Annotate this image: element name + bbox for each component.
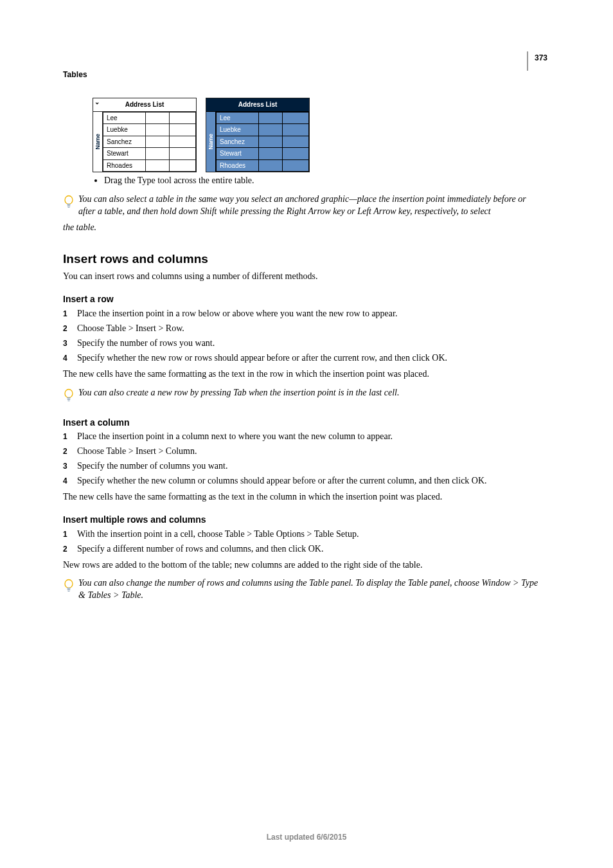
step-text: With the insertion point in a cell, choo… [77,529,542,541]
table-cell: Luebke [103,124,146,136]
step-number: 1 [63,309,77,319]
step-number: 4 [63,353,77,363]
step-number: 3 [63,461,77,471]
table-cell: Sanchez [103,136,146,148]
address-list-table-selected: Address List Name Lee Luebke Sanchez Ste… [206,98,310,172]
tip-text: You can also change the number of rows a… [78,578,511,588]
step-text: Specify the number of rows you want. [77,338,542,350]
step-text: Specify whether the new row or rows shou… [77,352,542,365]
step-text: Specify a different number of rows and c… [77,543,542,556]
step-number: 2 [63,446,77,457]
body-text: You can insert rows and columns using a … [63,271,542,283]
body-text: The new cells have the same formatting a… [63,368,542,381]
body-text: The new cells have the same formatting a… [63,491,542,503]
chevron-down-icon: ⌄ [94,98,100,107]
step-text: Choose Table > Insert > Row. [77,323,542,335]
steps-insert-multiple: 1With the insertion point in a cell, cho… [63,529,542,556]
table-cell: Stewart [103,148,146,160]
step-number: 2 [63,323,77,334]
page-number-rule [527,51,528,71]
row-header-name: Name [206,112,216,172]
page-number: 373 [535,53,547,63]
tip-text: You can also select a table in the same … [78,194,516,204]
step-number: 1 [63,431,77,442]
heading-insert-column: Insert a column [63,417,542,429]
address-list-title: Address List [125,101,164,108]
address-list-table-unselected: ⌄ Address List Name Lee Luebke Sanchez S… [93,98,197,172]
step-text: Specify the number of columns you want. [77,460,542,473]
step-text: Specify whether the new column or column… [77,475,542,487]
step-text: Place the insertion point in a row below… [77,308,542,320]
address-rows-table: Lee Luebke Sanchez Stewart Rhoades [216,112,309,172]
step-text: Choose Table > Insert > Column. [77,446,542,458]
step-number: 4 [63,476,77,486]
list-item: Drag the Type tool across the entire tab… [104,175,542,187]
tip-text-cont: the table. [63,222,542,234]
step-number: 2 [63,544,77,554]
address-rows-table: Lee Luebke Sanchez Stewart Rhoades [103,112,196,172]
heading-insert-row: Insert a row [63,293,542,305]
page-number-box: 373 [527,51,547,71]
step-number: 3 [63,338,77,348]
heading-insert-multiple: Insert multiple rows and columns [63,514,542,526]
table-cell: Lee [103,112,146,124]
step-text: Place the insertion point in a column ne… [77,431,542,443]
table-cell: Lee [217,112,259,124]
tip-text: You can also create a new row by pressin… [78,387,399,399]
running-header: Tables [63,69,542,80]
svg-point-2 [65,580,73,588]
tip-table-panel: You can also change the number of rows a… [63,577,542,602]
svg-point-0 [65,196,73,204]
row-header-name: Name [93,112,103,172]
lightbulb-icon [63,388,75,406]
body-text: New rows are added to the bottom of the … [63,559,542,572]
table-cell: Luebke [217,124,259,136]
bullet-list: Drag the Type tool across the entire tab… [104,175,542,187]
steps-insert-row: 1Place the insertion point in a row belo… [63,308,542,365]
table-cell: Rhoades [217,159,259,172]
tip-select-table: You can also select a table in the same … [63,194,542,218]
address-list-title: Address List [238,101,278,108]
table-cell: Sanchez [217,136,259,148]
svg-point-1 [65,389,73,397]
table-cell: Rhoades [103,159,146,172]
table-cell: Stewart [217,148,259,160]
figure-address-list: ⌄ Address List Name Lee Luebke Sanchez S… [93,98,542,172]
tip-new-row-tab: You can also create a new row by pressin… [63,387,542,406]
heading-insert-rows-columns: Insert rows and columns [63,251,542,267]
steps-insert-column: 1Place the insertion point in a column n… [63,431,542,487]
lightbulb-icon [63,579,75,597]
lightbulb-icon [63,195,75,213]
step-number: 1 [63,529,77,539]
page-footer: Last updated 6/6/2015 [0,832,613,842]
